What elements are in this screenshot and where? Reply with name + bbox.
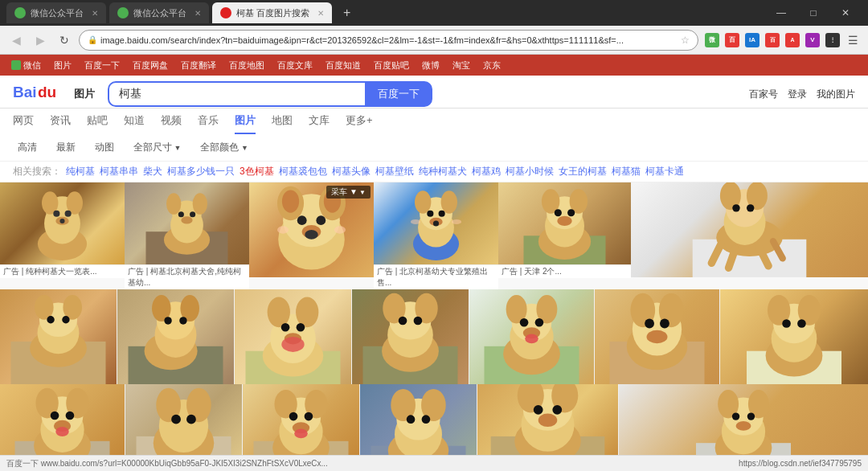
tab-webpage[interactable]: 网页 [13,113,34,134]
maximize-button[interactable]: □ [797,0,829,26]
image-item-8[interactable] [117,289,234,384]
related-tag-5[interactable]: 3色柯基 [240,165,274,178]
image-row-3 [0,384,868,455]
svg-point-86 [297,323,305,332]
image-item-6[interactable] [631,182,868,289]
tab-close-3[interactable]: ✕ [317,9,324,18]
ext-icon-7[interactable]: ⋮ [824,31,841,49]
image-item-16[interactable] [243,384,359,455]
image-item-12[interactable] [595,289,719,384]
svg-text:du: du [38,84,56,100]
related-tag-1[interactable]: 纯柯基 [66,165,95,178]
bookmark-2[interactable]: 图片 [49,58,76,73]
ext-icon-4[interactable]: 百 [764,31,781,49]
filter-gif[interactable]: 动图 [90,139,119,156]
related-tag-3[interactable]: 柴犬 [143,165,162,178]
tab-close-1[interactable]: ✕ [92,9,98,18]
myimages-link[interactable]: 我的图片 [817,88,855,101]
search-button[interactable]: 百度一下 [365,81,432,107]
image-item-13[interactable] [720,289,868,384]
image-item-5[interactable]: 广告 | 天津 2个... [498,182,631,289]
ext-icon-1[interactable]: 微 [703,31,721,49]
image-item-10[interactable] [352,289,469,384]
svg-point-79 [179,317,186,324]
image-item-15[interactable] [125,384,242,455]
bookmark-10[interactable]: 微博 [417,58,444,73]
menu-button[interactable]: ☰ [844,31,862,49]
image-item-3[interactable]: 采车 ▼ [249,182,374,289]
tab-images[interactable]: 图片 [235,113,256,134]
related-tag-9[interactable]: 纯种柯基犬 [419,165,467,178]
back-button[interactable]: ◀ [6,31,26,50]
filter-hd[interactable]: 高清 [13,139,42,156]
bookmark-5[interactable]: 百度翻译 [176,58,221,73]
address-bar[interactable]: 🔒 image.baidu.com/search/index?tn=baidui… [79,30,698,51]
image-item-1[interactable]: 广告 | 纯种柯基犬一览表... [0,182,125,289]
related-tag-7[interactable]: 柯基头像 [332,165,371,178]
related-tag-6[interactable]: 柯基裘包包 [279,165,327,178]
bookmark-9[interactable]: 百度贴吧 [369,58,414,73]
svg-point-16 [193,193,207,215]
svg-point-114 [647,330,668,344]
tab-zhidao[interactable]: 知道 [124,113,145,134]
bookmark-11[interactable]: 淘宝 [448,58,475,73]
image-item-17[interactable] [360,384,477,455]
bookmark-3[interactable]: 百度一下 [80,58,125,73]
related-tag-11[interactable]: 柯基小时候 [506,165,554,178]
related-tag-4[interactable]: 柯基多少钱一只 [167,165,235,178]
search-input[interactable] [108,81,365,107]
bookmark-12[interactable]: 京东 [478,58,506,73]
related-tag-14[interactable]: 柯基卡通 [645,165,684,178]
filter-latest[interactable]: 最新 [51,139,80,156]
refresh-button[interactable]: ↻ [55,31,74,50]
tab-1[interactable]: 微信公众平台 ✕ [6,2,106,23]
login-link[interactable]: 登录 [788,88,807,101]
close-button[interactable]: ✕ [829,0,862,26]
tab-3[interactable]: 柯基 百度图片搜索 ✕ [212,2,332,23]
bookmark-6[interactable]: 百度地图 [224,58,269,73]
tab-tieba[interactable]: 贴吧 [87,113,108,134]
ext-icon-5[interactable]: A [784,31,801,49]
tab-wenku[interactable]: 文库 [309,113,330,134]
image-item-19[interactable] [619,384,868,455]
svg-point-35 [415,190,431,214]
image-item-4[interactable]: 广告 | 北京柯基幼犬专业繁殖出售... [374,182,498,289]
bookmark-star-icon[interactable]: ☆ [681,35,690,46]
bookmark-weixin[interactable]: 微信 [6,58,46,73]
minimize-button[interactable]: — [765,0,797,26]
ext-icon-3[interactable]: IA [743,31,761,49]
image-item-18[interactable] [477,384,618,455]
baijia-link[interactable]: 百家号 [749,88,778,101]
image-item-2[interactable]: 广告 | 柯基北京柯基犬舍,纯纯柯基幼... [125,182,249,289]
filter-color[interactable]: 全部颜色 [195,139,252,156]
image-item-7[interactable] [0,289,117,384]
tab-map[interactable]: 地图 [272,113,293,134]
tab-2[interactable]: 微信公众平台 ✕ [109,2,209,23]
new-tab-button[interactable]: + [338,4,355,22]
forward-button[interactable]: ▶ [31,31,50,50]
status-bar: 百度一下 www.baidu.com/s?url=K00000KbUiqGbb9… [0,455,868,471]
tab-news[interactable]: 资讯 [50,113,71,134]
ext-icon-6[interactable]: V [804,31,821,49]
related-tag-8[interactable]: 柯基壁纸 [375,165,414,178]
bookmark-7[interactable]: 百度文库 [272,58,317,73]
tab-video[interactable]: 视频 [161,113,182,134]
related-tag-10[interactable]: 柯基鸡 [472,165,501,178]
svg-point-10 [59,219,64,223]
bookmark-8[interactable]: 百度知道 [321,58,366,73]
caiche-label[interactable]: 采车 ▼ [326,186,371,199]
tab-music[interactable]: 音乐 [198,113,219,134]
image-item-14[interactable] [0,384,125,455]
filter-size[interactable]: 全部尺寸 [129,139,186,156]
tab-close-2[interactable]: ✕ [194,9,201,18]
related-tag-2[interactable]: 柯基串串 [100,165,138,178]
svg-point-50 [567,209,575,216]
tab-more[interactable]: 更多+ [346,113,373,134]
related-tag-13[interactable]: 柯基猫 [612,165,641,178]
image-item-11[interactable] [469,289,594,384]
ext-icon-2[interactable]: 百 [723,31,741,49]
svg-point-15 [166,193,181,215]
related-tag-12[interactable]: 女王的柯基 [559,165,607,178]
bookmark-4[interactable]: 百度网盘 [128,58,173,73]
image-item-9[interactable] [235,289,351,384]
